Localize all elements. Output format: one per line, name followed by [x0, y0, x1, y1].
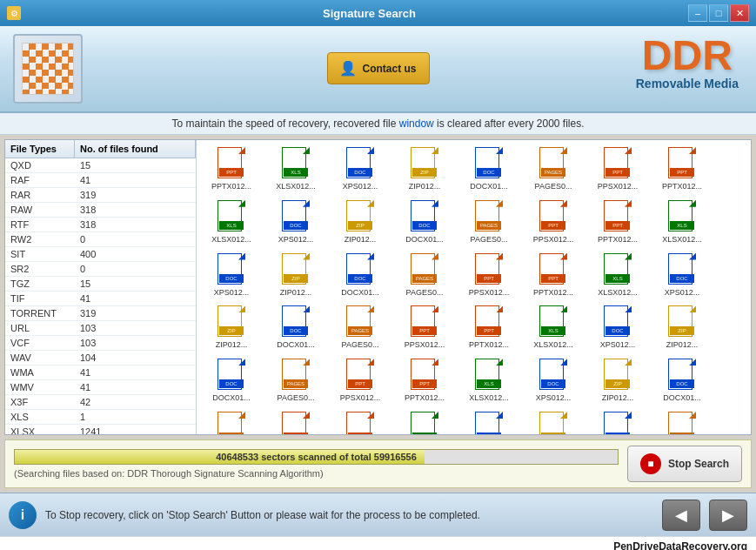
list-item[interactable]: DOC DOCX01...	[264, 302, 327, 353]
file-icon: XLS	[217, 200, 245, 233]
list-item[interactable]: PPT PPSX012...	[393, 302, 456, 353]
list-item[interactable]: ZIP ZIP012...	[651, 302, 713, 353]
file-label: XPS012...	[522, 393, 585, 403]
file-label: DOCX01...	[458, 182, 520, 191]
list-item[interactable]: PPT PPSX012...	[329, 355, 391, 406]
list-item[interactable]: XLS XLSX012...	[586, 250, 649, 301]
list-item[interactable]: DOC XPS012...	[458, 408, 520, 434]
list-item[interactable]: XLS1	[5, 410, 196, 425]
list-item[interactable]: XLSX1241	[5, 425, 196, 434]
list-item[interactable]: PAGES PAGES0...	[264, 355, 327, 406]
list-item[interactable]: WMA41	[5, 366, 196, 380]
list-item[interactable]: TIF41	[5, 292, 196, 306]
stop-search-button[interactable]: ■ Stop Search	[627, 446, 742, 482]
list-item[interactable]: PPT PPTX012...	[586, 197, 649, 248]
list-item[interactable]: ZIP ZIP012...	[586, 355, 649, 406]
minimize-button[interactable]: –	[688, 4, 707, 22]
file-icon: DOC	[604, 305, 632, 339]
list-item[interactable]: ZIP ZIP012...	[522, 408, 585, 434]
file-list-body[interactable]: QXD15RAF41RAR319RAW318RTF318RW20SIT400SR…	[5, 158, 196, 434]
list-item[interactable]: PPT PPTX012...	[651, 144, 713, 195]
list-item[interactable]: RAW318	[5, 203, 196, 218]
list-item[interactable]: ZIP ZIP012...	[393, 144, 456, 195]
list-item[interactable]: PPT PPSX012...	[458, 250, 520, 301]
list-item[interactable]: PAGES PAGES0...	[329, 302, 391, 353]
contact-button[interactable]: 👤 Contact us	[326, 52, 429, 84]
list-item[interactable]: XLS XLSX012...	[522, 302, 585, 353]
file-icon: PPT	[539, 200, 567, 233]
list-item[interactable]: PPT PPSX012...	[586, 144, 649, 195]
list-item[interactable]: DOC XPS012...	[200, 250, 263, 301]
list-item[interactable]: XLS XLSX012...	[200, 197, 263, 248]
file-grid-panel[interactable]: PPT PPTX012... XLS XLSX012... DOC XPS012…	[197, 140, 751, 434]
file-icon: DOC	[282, 200, 310, 233]
progress-bar-text: 40648533 sectors scanned of total 599165…	[15, 450, 618, 464]
list-item[interactable]: PAGES PAGES0...	[200, 408, 263, 434]
file-label: XLSX012...	[586, 288, 649, 298]
list-item[interactable]: SR20	[5, 262, 196, 277]
list-item[interactable]: RTF318	[5, 218, 196, 232]
list-item[interactable]: DOC XPS012...	[522, 355, 585, 406]
list-item[interactable]: PAGES PAGES0...	[393, 250, 456, 301]
list-item[interactable]: DOC XPS012...	[264, 197, 327, 248]
list-item[interactable]: DOC DOCX01...	[458, 144, 520, 195]
list-item[interactable]: RAR319	[5, 188, 196, 203]
back-button[interactable]: ◀	[662, 500, 700, 531]
footer-link[interactable]: PenDriveDataRecovery.org	[613, 540, 747, 551]
list-item[interactable]: XLS XLSX012...	[651, 197, 713, 248]
info-icon: i	[9, 501, 37, 529]
list-item[interactable]: VCF103	[5, 336, 196, 351]
footer: PenDriveDataRecovery.org	[0, 536, 756, 550]
list-item[interactable]: DOC DOCX01...	[329, 250, 391, 301]
file-icon: PPT	[217, 147, 245, 180]
list-item[interactable]: DOC XPS012...	[651, 250, 713, 301]
file-label: PAGES0...	[264, 393, 327, 403]
list-item[interactable]: DOC DOCX01...	[200, 355, 263, 406]
file-list-panel: File Types No. of files found QXD15RAF41…	[5, 140, 197, 434]
file-icon: PPT	[411, 305, 438, 339]
maximize-button[interactable]: □	[709, 4, 728, 22]
list-item[interactable]: SIT400	[5, 247, 196, 262]
list-item[interactable]: XLS XLSX012...	[393, 408, 456, 434]
list-item[interactable]: URL103	[5, 321, 196, 336]
file-label: XPS012...	[586, 340, 649, 350]
list-item[interactable]: PPT PPTX012...	[522, 250, 585, 301]
list-item[interactable]: DOC XPS012...	[329, 144, 391, 195]
list-item[interactable]: XLS XLSX012...	[264, 144, 327, 195]
list-item[interactable]: PPT PPTX012...	[393, 355, 456, 406]
list-item[interactable]: DOC DOCX01...	[393, 197, 456, 248]
list-item[interactable]: PPT PPSX012...	[264, 408, 327, 434]
list-item[interactable]: PAGES PAGES0...	[651, 408, 713, 434]
list-item[interactable]: ZIP ZIP012...	[200, 302, 263, 353]
ddr-logo: DDR Removable Media	[636, 35, 739, 91]
close-button[interactable]: ✕	[730, 4, 749, 22]
list-item[interactable]: PPT PPTX012...	[458, 302, 520, 353]
list-item[interactable]: TGZ15	[5, 277, 196, 292]
file-label: PPTX012...	[200, 182, 263, 191]
list-item[interactable]: PPT PPTX012...	[200, 144, 263, 195]
list-item[interactable]: RAF41	[5, 173, 196, 188]
file-label: PAGES0...	[458, 235, 520, 245]
list-item[interactable]: X3F42	[5, 395, 196, 410]
file-icon: PAGES	[668, 412, 696, 434]
list-item[interactable]: DOC DOCX01...	[651, 355, 713, 406]
list-item[interactable]: TORRENT319	[5, 306, 196, 321]
list-item[interactable]: RW20	[5, 232, 196, 247]
list-item[interactable]: PPT PPTX012...	[329, 408, 391, 434]
list-item[interactable]: ZIP ZIP012...	[329, 197, 391, 248]
title-bar: ⚙ Signature Search – □ ✕	[0, 0, 756, 26]
forward-button[interactable]: ▶	[709, 500, 747, 531]
file-icon: PPT	[539, 253, 567, 286]
list-item[interactable]: WAV104	[5, 351, 196, 366]
list-item[interactable]: DOC DOCX01...	[586, 408, 649, 434]
list-item[interactable]: WMV41	[5, 380, 196, 395]
list-item[interactable]: ZIP ZIP012...	[264, 250, 327, 301]
list-item[interactable]: PAGES PAGES0...	[522, 144, 585, 195]
file-icon: PAGES	[411, 253, 438, 286]
list-item[interactable]: PAGES PAGES0...	[458, 197, 520, 248]
list-item[interactable]: DOC XPS012...	[586, 302, 649, 353]
list-item[interactable]: PPT PPSX012...	[522, 197, 585, 248]
list-item[interactable]: QXD15	[5, 158, 196, 173]
file-icon: ZIP	[539, 412, 567, 434]
list-item[interactable]: XLS XLSX012...	[458, 355, 520, 406]
